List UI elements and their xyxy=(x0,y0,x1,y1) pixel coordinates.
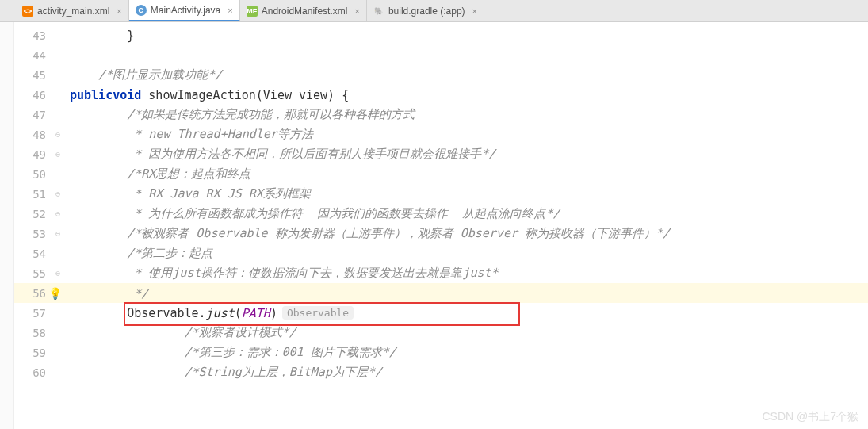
tab-manifest[interactable]: MF AndroidManifest.xml × xyxy=(240,0,367,21)
close-icon[interactable]: × xyxy=(472,6,477,16)
gutter[interactable]: 434445464748⊖49⊖5051⊖52⊖53⊖5455⊖56💡57585… xyxy=(14,22,63,429)
fold-marker-icon[interactable]: ⊖ xyxy=(55,269,60,278)
line-number[interactable]: 52⊖ xyxy=(14,204,63,224)
manifest-icon: MF xyxy=(247,6,258,17)
line-number[interactable]: 57 xyxy=(14,303,63,323)
line-number[interactable]: 48⊖ xyxy=(14,124,63,144)
editor-tabs: <> activity_main.xml × C MainActivity.ja… xyxy=(0,0,868,22)
code-line[interactable]: /*如果是传统方法完成功能，那就可以各种各样的方式 xyxy=(63,105,868,124)
fold-marker-icon[interactable]: ⊖ xyxy=(55,150,60,159)
code-line[interactable]: } xyxy=(63,25,868,45)
editor-area: 434445464748⊖49⊖5051⊖52⊖53⊖5455⊖56💡57585… xyxy=(0,22,868,429)
code-line[interactable]: /*被观察者 Observable 称为发射器（上游事件），观察者 Observ… xyxy=(63,224,868,243)
fold-marker-icon[interactable]: ⊖ xyxy=(55,229,60,238)
code-line[interactable]: /*String为上层，BitMap为下层*/ xyxy=(63,362,868,382)
gradle-icon: 🐘 xyxy=(373,6,384,17)
code-line[interactable]: * 为什么所有函数都成为操作符 因为我们的函数要去操作 从起点流向终点*/ xyxy=(63,204,868,224)
code-line[interactable]: * RX Java RX JS RX系列框架 xyxy=(63,184,868,204)
code-line[interactable] xyxy=(63,45,868,65)
tab-label: build.gradle (:app) xyxy=(388,6,465,17)
java-icon: C xyxy=(136,5,147,16)
code-line[interactable]: /*RX思想：起点和终点 xyxy=(63,164,868,184)
code-line[interactable]: * new Thread+Handler等方法 xyxy=(63,124,868,144)
line-number[interactable]: 54 xyxy=(14,243,63,263)
close-icon[interactable]: × xyxy=(228,6,232,15)
line-number[interactable]: 46 xyxy=(14,85,63,105)
line-number[interactable]: 55⊖ xyxy=(14,263,63,283)
line-number[interactable]: 53⊖ xyxy=(14,224,63,243)
line-number[interactable]: 56💡 xyxy=(14,283,63,303)
line-number[interactable]: 50 xyxy=(14,164,63,184)
intention-bulb-icon[interactable]: 💡 xyxy=(48,287,62,300)
line-number[interactable]: 60 xyxy=(14,362,63,382)
tab-label: AndroidManifest.xml xyxy=(262,6,348,17)
code-line[interactable]: /*图片显示加载功能*/ xyxy=(63,65,868,85)
line-number[interactable]: 58 xyxy=(14,323,63,343)
fold-marker-icon[interactable]: ⊖ xyxy=(55,130,60,139)
code-line[interactable]: * 使用just操作符：使数据流向下去，数据要发送出去就是靠just* xyxy=(63,263,868,283)
xml-icon: <> xyxy=(22,6,33,17)
line-number[interactable]: 44 xyxy=(14,45,63,65)
line-number[interactable]: 59 xyxy=(14,343,63,362)
close-icon[interactable]: × xyxy=(117,6,121,16)
left-edge xyxy=(0,22,14,429)
line-number[interactable]: 51⊖ xyxy=(14,184,63,204)
line-number[interactable]: 43 xyxy=(14,25,63,45)
code-line[interactable]: */ xyxy=(63,283,868,303)
fold-marker-icon[interactable]: ⊖ xyxy=(55,209,60,218)
code-line[interactable]: /*第三步：需求：001 图片下载需求*/ xyxy=(63,343,868,362)
line-number[interactable]: 49⊖ xyxy=(14,144,63,164)
code-line[interactable]: * 因为使用方法各不相同，所以后面有别人接手项目就会很难接手*/ xyxy=(63,144,868,164)
code-line[interactable]: public void showImageAction(View view) { xyxy=(63,85,868,105)
close-icon[interactable]: × xyxy=(354,6,359,16)
tab-label: activity_main.xml xyxy=(37,6,109,17)
type-hint: Observable xyxy=(282,306,354,320)
tab-build-gradle[interactable]: 🐘 build.gradle (:app) × xyxy=(367,0,484,21)
line-number[interactable]: 45 xyxy=(14,65,63,85)
code-line[interactable]: /*观察者设计模式*/ xyxy=(63,323,868,343)
fold-marker-icon[interactable]: ⊖ xyxy=(55,190,60,198)
code-area[interactable]: } /*图片显示加载功能*/ public void showImageActi… xyxy=(63,22,868,429)
line-number[interactable]: 47 xyxy=(14,105,63,124)
code-line[interactable]: /*第二步：起点 xyxy=(63,243,868,263)
tab-activity-main[interactable]: <> activity_main.xml × xyxy=(16,0,129,21)
watermark: CSDN @书上7个猴 xyxy=(762,410,858,424)
tab-main-activity[interactable]: C MainActivity.java × xyxy=(129,0,240,21)
code-line[interactable]: Observable.just(PATH)Observable xyxy=(63,303,868,323)
tab-label: MainActivity.java xyxy=(151,5,220,16)
